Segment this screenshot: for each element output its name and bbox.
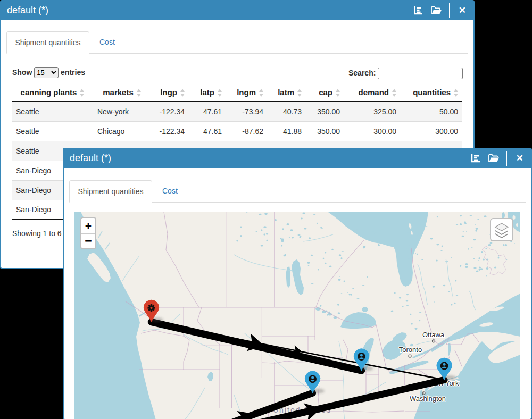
svg-text:Ottawa: Ottawa bbox=[422, 331, 445, 339]
svg-text:Washington: Washington bbox=[410, 395, 446, 403]
svg-text:Toronto: Toronto bbox=[399, 346, 422, 354]
